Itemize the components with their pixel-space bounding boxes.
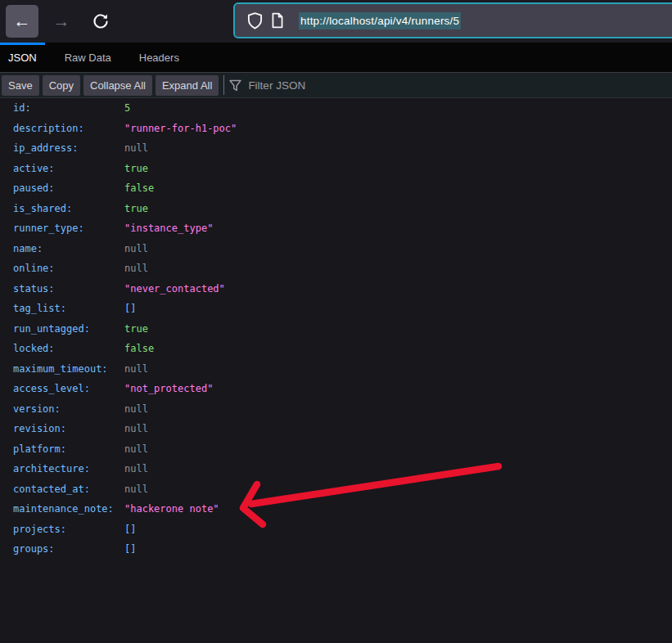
shield-icon[interactable] [243,9,266,32]
json-key[interactable]: locked: [0,343,124,354]
json-row: tag_list: [] [0,299,672,319]
json-key[interactable]: contacted_at: [0,483,124,495]
json-row: maintenance_note: "hackerone note" [0,499,672,519]
json-value: false [124,343,154,354]
json-row: architecture: null [0,459,672,479]
toolbar-divider [223,75,224,95]
json-value: null [124,443,148,455]
json-key[interactable]: status: [0,283,124,295]
json-value: [] [124,303,136,314]
json-value: [] [124,543,136,555]
json-value: [] [124,524,136,535]
page-info-icon[interactable] [266,9,289,32]
json-value: true [124,203,148,214]
json-key[interactable]: architecture: [0,463,124,474]
tab-json-label: JSON [8,52,37,64]
json-key[interactable]: active: [0,163,124,174]
json-key[interactable]: ip_address: [0,142,124,154]
url-bar[interactable]: http://localhost/api/v4/runners/5 [233,2,672,38]
json-value: null [124,403,148,415]
expand-all-button[interactable]: Expand All [156,75,219,96]
collapse-all-button[interactable]: Collapse All [83,75,152,96]
browser-nav-toolbar: ← → http://localhost/api/v4/ [0,0,672,43]
tab-raw-data[interactable]: Raw Data [56,43,120,72]
json-value: null [124,483,148,495]
json-row: access_level: "not_protected" [0,379,672,399]
copy-button[interactable]: Copy [43,75,80,96]
json-value: null [124,363,148,375]
json-row: run_untagged: true [0,319,672,339]
json-value: "not_protected" [124,383,213,394]
json-key[interactable]: id: [0,102,124,114]
json-row: ip_address: null [0,138,672,159]
json-key[interactable]: name: [0,243,124,254]
json-key[interactable]: is_shared: [0,203,124,214]
json-key[interactable]: tag_list: [0,303,124,314]
json-row: description: "runner-for-h1-poc" [0,119,672,139]
filter-funnel-icon [229,79,241,92]
json-value: 5 [124,102,130,114]
url-text-selected[interactable]: http://localhost/api/v4/runners/5 [299,12,461,29]
json-value: null [124,423,148,434]
json-row: id: 5 [0,98,672,119]
json-key[interactable]: maximum_timeout: [0,363,124,375]
json-key[interactable]: run_untagged: [0,323,124,335]
json-viewer-toolbar: Save Copy Collapse All Expand All [0,72,672,98]
json-value: true [124,323,148,335]
json-key[interactable]: version: [0,403,124,415]
json-key[interactable]: revision: [0,423,124,434]
json-value: null [124,243,148,254]
firefox-json-viewer: ← → http://localhost/api/v4/ [0,0,672,643]
json-row: active: true [0,159,672,179]
json-row: revision: null [0,419,672,439]
tab-raw-data-label: Raw Data [65,52,111,64]
filter-json-field[interactable] [229,79,494,92]
json-row: is_shared: true [0,199,672,219]
back-button[interactable]: ← [6,5,38,38]
json-key[interactable]: access_level: [0,383,124,394]
json-key[interactable]: platform: [0,443,124,455]
json-row: contacted_at: null [0,479,672,500]
json-key[interactable]: runner_type: [0,223,124,234]
json-row: online: null [0,259,672,279]
json-value: null [124,463,148,474]
json-value: null [124,263,148,274]
json-row: paused: false [0,178,672,199]
tab-headers-label: Headers [139,52,179,64]
json-row: status: "never_contacted" [0,279,672,299]
reload-button[interactable] [84,5,117,38]
json-value: true [124,163,148,174]
json-value: false [124,182,154,194]
json-value: null [124,142,148,154]
json-row: platform: null [0,439,672,460]
json-row: runner_type: "instance_type" [0,218,672,239]
json-key[interactable]: groups: [0,543,124,555]
json-key[interactable]: paused: [0,182,124,194]
json-row: maximum_timeout: null [0,359,672,380]
json-content: id: 5 description: "runner-for-h1-poc" i… [0,98,672,643]
forward-arrow-icon: → [53,11,70,31]
json-row: version: null [0,399,672,420]
reload-icon [92,12,110,30]
json-value: "runner-for-h1-poc" [124,123,237,134]
forward-button[interactable]: → [45,5,78,38]
json-value: "instance_type" [124,223,213,234]
json-row: name: null [0,239,672,259]
back-arrow-icon: ← [14,11,31,31]
json-value: "hackerone note" [124,503,219,515]
json-key[interactable]: maintenance_note: [0,503,124,515]
viewer-tab-bar: JSON Raw Data Headers [0,43,672,72]
json-key[interactable]: description: [0,123,124,134]
json-key[interactable]: online: [0,263,124,274]
json-row: groups: [] [0,539,672,560]
tab-json[interactable]: JSON [0,43,45,72]
filter-json-input[interactable] [248,79,494,92]
tab-headers[interactable]: Headers [131,43,187,72]
json-key[interactable]: projects: [0,524,124,535]
json-value: "never_contacted" [124,283,225,295]
save-button[interactable]: Save [2,75,39,96]
json-row: locked: false [0,339,672,359]
json-row: projects: [] [0,519,672,540]
